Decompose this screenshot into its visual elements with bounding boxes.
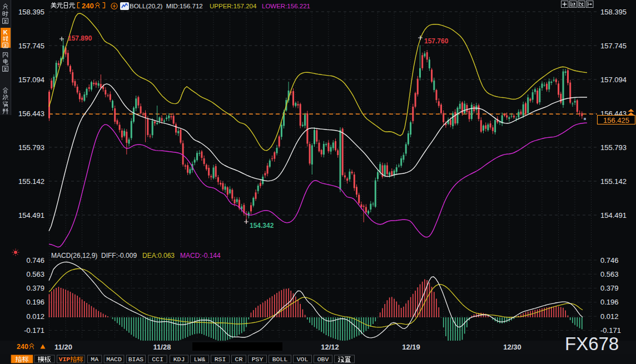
svg-text:157.890: 157.890 <box>68 34 92 42</box>
svg-text:155.793: 155.793 <box>600 143 627 152</box>
svg-text:11/28: 11/28 <box>153 343 171 351</box>
svg-text:MACD: MACD <box>106 356 122 363</box>
svg-text:MACD(26,12,9) DIFF:-0.009: MACD(26,12,9) DIFF:-0.009 <box>51 252 137 260</box>
svg-text:UPPER:157.204: UPPER:157.204 <box>210 3 257 9</box>
svg-text:KDJ: KDJ <box>173 356 185 363</box>
svg-text:0.196: 0.196 <box>26 298 44 306</box>
svg-text:157.760: 157.760 <box>424 37 449 45</box>
svg-text:12/30: 12/30 <box>503 343 521 351</box>
svg-text:MA: MA <box>91 356 98 363</box>
svg-text:K: K <box>3 29 8 36</box>
svg-text:11/20: 11/20 <box>54 343 72 351</box>
svg-text:VIP: VIP <box>59 356 71 363</box>
svg-text:LW&: LW& <box>194 356 206 363</box>
svg-text:0.196: 0.196 <box>600 298 619 306</box>
svg-text:154.491: 154.491 <box>600 211 627 220</box>
svg-text:0.746: 0.746 <box>600 256 619 265</box>
svg-text:OBV: OBV <box>317 356 329 363</box>
svg-text:240: 240 <box>17 343 28 351</box>
svg-text:-0.171: -0.171 <box>24 326 44 335</box>
svg-text:BOLL(20,2) MID:156.712: BOLL(20,2) MID:156.712 <box>130 3 203 9</box>
svg-text:MACD:-0.144: MACD:-0.144 <box>180 252 221 260</box>
svg-text:0.563: 0.563 <box>26 270 44 278</box>
svg-text:12/19: 12/19 <box>402 343 420 351</box>
svg-text:12/12: 12/12 <box>321 343 339 351</box>
svg-text:0.746: 0.746 <box>26 256 44 265</box>
svg-text:155.142: 155.142 <box>600 177 627 186</box>
svg-text:158.395: 158.395 <box>18 8 44 16</box>
svg-text:157.745: 157.745 <box>600 42 627 50</box>
svg-text:BOLL: BOLL <box>272 356 288 363</box>
svg-text:155.142: 155.142 <box>18 177 44 186</box>
svg-text:0.012: 0.012 <box>26 312 44 321</box>
svg-text:0.379: 0.379 <box>26 284 44 292</box>
svg-text:DEA:0.063: DEA:0.063 <box>142 252 175 260</box>
svg-text:RSI: RSI <box>215 356 226 363</box>
svg-text:FX678: FX678 <box>565 333 619 354</box>
svg-text:155.793: 155.793 <box>18 143 44 152</box>
svg-text:156.425: 156.425 <box>603 116 629 124</box>
svg-text:156.443: 156.443 <box>18 109 44 118</box>
svg-text:154.491: 154.491 <box>18 211 44 220</box>
svg-text:157.745: 157.745 <box>18 42 44 50</box>
svg-text:VOL: VOL <box>297 356 309 363</box>
svg-text:157.094: 157.094 <box>600 76 627 84</box>
svg-text:CR: CR <box>235 356 243 363</box>
svg-text:PSY: PSY <box>252 356 264 363</box>
svg-text:LOWER:156.221: LOWER:156.221 <box>262 3 310 9</box>
svg-text:158.395: 158.395 <box>600 8 627 16</box>
svg-text:157.094: 157.094 <box>18 76 44 84</box>
svg-text:BIAS: BIAS <box>128 356 144 363</box>
svg-text:0.012: 0.012 <box>600 312 619 321</box>
svg-text:240: 240 <box>82 2 94 10</box>
svg-text:0.379: 0.379 <box>600 284 619 292</box>
svg-text:0.563: 0.563 <box>600 270 619 278</box>
svg-text:154.342: 154.342 <box>250 222 274 230</box>
svg-text:CCI: CCI <box>152 356 163 363</box>
